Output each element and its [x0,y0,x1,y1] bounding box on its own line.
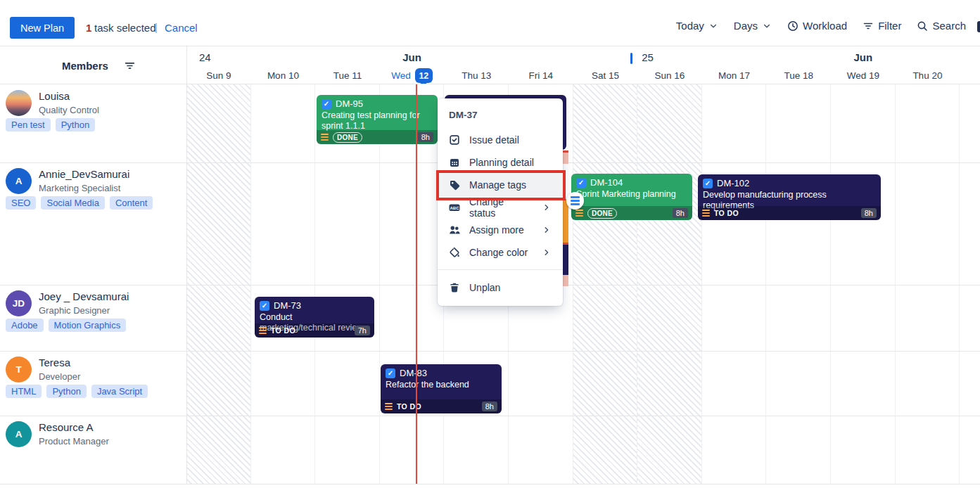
member-tag: Social Media [41,196,104,210]
context-menu-task-key: DM-37 [438,110,563,129]
task-checkbox-icon: ✓ [386,368,395,378]
task-title: Sprint Marketing planning [571,189,692,200]
filter-button[interactable]: Filter [863,20,901,32]
member-tag: Pen test [6,118,51,131]
member-name: Annie_DevSamurai [39,168,129,181]
member-tag: Python [46,385,86,398]
day-header: Thu 13 [444,67,509,84]
member-tag: HTML [6,385,42,398]
week-separator [630,53,632,64]
member-head: JDJoey _ DevsamuraiGraphic Designer [0,285,186,316]
cropped-toolbar-button[interactable] [977,21,980,32]
menu-item-change-status[interactable]: ABCChange status [438,196,563,219]
grid-bottom-border [0,484,980,484]
task-bar[interactable]: ✓DM-95Creating test planning for sprint … [317,95,438,144]
week-month-label: Jun [853,51,872,63]
day-header: Tue 11 [315,67,380,84]
avatar [6,90,32,116]
menu-item-manage-tags[interactable]: Manage tags [438,174,563,196]
search-icon [917,20,928,32]
priority-icon [321,134,329,141]
status-badge: DONE [587,208,617,219]
member-info: LouisaQuality Control [39,90,99,115]
member-tag: Content [110,196,153,210]
context-menu: DM-37 Issue detailPlanning detailManage … [438,98,563,306]
cancel-link[interactable]: Cancel [165,22,198,34]
task-bar[interactable]: ✓DM-83Refactor the backendTO DO8h [381,364,502,413]
change-status-icon: ABC [449,202,460,213]
workload-button[interactable]: Workload [787,20,847,32]
stacked-tasks-indicator[interactable] [566,192,584,210]
calendar-icon [449,157,460,168]
member-head: TTeresaDeveloper [0,351,186,383]
today-date-badge: 12 [415,68,433,83]
avatar: T [6,357,32,383]
menu-item-label: Unplan [469,282,500,293]
weekend-column [573,84,638,484]
chevron-right-icon [542,203,552,212]
svg-text:ABC: ABC [450,206,460,210]
status-badge: TO DO [397,402,421,411]
task-head: ✓DM-73 [255,297,374,312]
task-footer: DONE8h [571,206,692,220]
day-header: Wed 19 [831,67,896,84]
task-key: DM-95 [336,98,363,109]
member-tags: AdobeMotion Graphics [6,319,126,332]
today-dropdown[interactable]: Today [676,20,718,32]
day-header: Sun 9 [186,67,251,84]
toolbar-right: Today Days Workload [676,20,966,32]
member-role: Quality Control [39,105,99,115]
member-tag: SEO [6,196,36,210]
task-head: ✓DM-102 [698,174,881,190]
today-line [416,84,417,484]
chevron-right-icon [542,225,552,235]
days-dropdown[interactable]: Days [734,20,772,32]
task-bar[interactable]: ✓DM-73Conduct marketing/technical review… [255,297,374,338]
day-column [831,84,896,484]
menu-item-assign-more[interactable]: Assign more [438,219,563,241]
task-key: DM-83 [400,368,427,378]
task-bar[interactable]: ✓DM-102Develop manufacturing process req… [698,174,881,220]
member-tag: Adobe [6,319,44,332]
member-info: Joey _ DevsamuraiGraphic Designer [39,290,129,316]
day-header: Fri 14 [509,67,573,84]
menu-item-unplan[interactable]: Unplan [438,276,563,299]
selection-label: task selected [94,22,156,34]
member-info: Resource AProduct Manager [39,421,109,447]
search-button[interactable]: Search [917,20,966,32]
member-tags: HTMLPythonJava Script [6,385,148,398]
menu-item-label: Change color [469,247,528,258]
task-checkbox-icon: ✓ [260,301,269,311]
day-column [766,84,831,484]
day-header: Sat 15 [573,67,638,84]
search-label: Search [932,20,966,32]
weekend-column [637,84,702,484]
member-head: AResource AProduct Manager [0,416,186,447]
issue-detail-icon [449,134,460,146]
task-key: DM-73 [274,300,301,311]
menu-item-change-color[interactable]: Change color [438,241,563,264]
chevron-right-icon [542,248,552,257]
menu-item-issue-detail[interactable]: Issue detail [438,129,563,151]
trash-icon [449,282,460,293]
day-header: Mon 17 [702,67,767,84]
task-bar[interactable]: ✓DM-104Sprint Marketing planningDONE8h [571,174,692,220]
task-head: ✓DM-95 [317,95,438,110]
avatar: A [6,168,32,194]
timeline-header: 24Jun25JunSun 9Mon 10Tue 11Wed12Thu 13Fr… [186,46,980,84]
menu-item-planning-detail[interactable]: Planning detail [438,151,563,174]
new-plan-button[interactable]: New Plan [10,17,75,39]
avatar: A [6,421,32,447]
task-footer: TO DO8h [698,206,881,220]
assign-icon [449,224,460,236]
member-head: AAnnie_DevSamuraiMarketing Specialist [0,162,186,194]
priority-icon [575,210,583,217]
day-header: Mon 10 [251,67,316,84]
member-name: Resource A [39,421,109,435]
members-filter-icon[interactable] [124,60,136,75]
selection-divider: | [155,21,158,33]
day-header: Tue 18 [766,67,831,84]
status-badge: TO DO [714,209,739,217]
day-header-today: Wed12 [380,67,445,84]
chevron-down-icon [708,21,718,31]
